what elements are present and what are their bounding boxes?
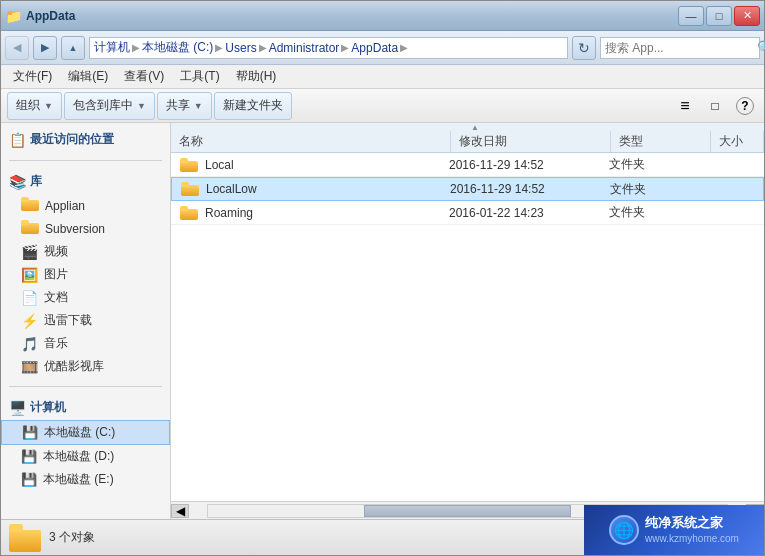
file-row-locallow[interactable]: LocalLow 2016-11-29 14:52 文件夹 <box>171 177 764 201</box>
search-input[interactable] <box>605 41 755 55</box>
roaming-folder-icon <box>179 203 199 223</box>
file-row-roaming[interactable]: Roaming 2016-01-22 14:23 文件夹 <box>171 201 764 225</box>
view-toggle-button[interactable]: □ <box>702 94 728 118</box>
titlebar-controls: — □ ✕ <box>678 6 760 26</box>
menu-help[interactable]: 帮助(H) <box>228 66 285 87</box>
local-type: 文件夹 <box>609 156 709 173</box>
menu-file[interactable]: 文件(F) <box>5 66 60 87</box>
sidebar-item-subversion[interactable]: Subversion <box>1 217 170 240</box>
sidebar-item-music[interactable]: 🎵 音乐 <box>1 332 170 355</box>
drive-c-icon: 💾 <box>22 425 38 440</box>
menubar: 文件(F) 编辑(E) 查看(V) 工具(T) 帮助(H) <box>1 65 764 89</box>
path-appdata[interactable]: AppData <box>351 41 398 55</box>
sidebar-item-drive-d[interactable]: 💾 本地磁盘 (D:) <box>1 445 170 468</box>
organize-arrow: ▼ <box>44 101 53 111</box>
video-icon: 🎬 <box>21 244 38 260</box>
organize-label: 组织 <box>16 97 40 114</box>
col-header-name[interactable]: 名称 <box>171 131 451 152</box>
sidebar-library-header[interactable]: 📚 库 <box>1 169 170 194</box>
organize-button[interactable]: 组织 ▼ <box>7 92 62 120</box>
back-button[interactable]: ◀ <box>5 36 29 60</box>
include-button[interactable]: 包含到库中 ▼ <box>64 92 155 120</box>
menu-tools[interactable]: 工具(T) <box>172 66 227 87</box>
toolbar-right: ≡ □ ? <box>672 94 758 118</box>
sidebar-item-video[interactable]: 🎬 视频 <box>1 240 170 263</box>
up-button[interactable]: ▲ <box>61 36 85 60</box>
music-icon: 🎵 <box>21 336 38 352</box>
path-admin[interactable]: Administrator <box>269 41 340 55</box>
hscroll-thumb[interactable] <box>364 505 572 517</box>
window-title: AppData <box>26 9 75 23</box>
toolbar: 组织 ▼ 包含到库中 ▼ 共享 ▼ 新建文件夹 ≡ □ <box>1 89 764 123</box>
status-folder-icon <box>9 524 41 552</box>
path-computer[interactable]: 计算机 <box>94 39 130 56</box>
drive-e-icon: 💾 <box>21 472 37 487</box>
doc-label: 文档 <box>44 289 68 306</box>
statusbar: 3 个对象 🌐 纯净系统之家 www.kzmyhome.com <box>1 519 764 555</box>
locallow-name: LocalLow <box>200 182 450 196</box>
maximize-button[interactable]: □ <box>706 6 732 26</box>
close-button[interactable]: ✕ <box>734 6 760 26</box>
sidebar-item-drive-c[interactable]: 💾 本地磁盘 (C:) <box>1 420 170 445</box>
help-button[interactable]: ? <box>732 94 758 118</box>
locallow-date: 2016-11-29 14:52 <box>450 182 610 196</box>
sidebar-divider-2 <box>9 386 162 387</box>
watermark-sub: www.kzmyhome.com <box>645 532 739 546</box>
watermark-globe: 🌐 <box>609 515 639 545</box>
hscroll-left-btn[interactable]: ◀ <box>171 504 189 518</box>
drive-e-label: 本地磁盘 (E:) <box>43 471 114 488</box>
path-users[interactable]: Users <box>225 41 256 55</box>
music-label: 音乐 <box>44 335 68 352</box>
local-name: Local <box>199 158 449 172</box>
thunder-label: 迅雷下载 <box>44 312 92 329</box>
sidebar-item-drive-e[interactable]: 💾 本地磁盘 (E:) <box>1 468 170 491</box>
share-label: 共享 <box>166 97 190 114</box>
subversion-folder-icon <box>21 220 39 237</box>
thunder-icon: ⚡ <box>21 313 38 329</box>
refresh-button[interactable]: ↻ <box>572 36 596 60</box>
computer-label: 计算机 <box>30 399 66 416</box>
photo-icon: 🖼️ <box>21 267 38 283</box>
addressbar: ◀ ▶ ▲ 计算机 ▶ 本地磁盘 (C:) ▶ Users ▶ Administ… <box>1 31 764 65</box>
recent-label: 最近访问的位置 <box>30 131 114 148</box>
main-content: 📋 最近访问的位置 📚 库 Applian <box>1 123 764 519</box>
file-row-local[interactable]: Local 2016-11-29 14:52 文件夹 <box>171 153 764 177</box>
col-header-type[interactable]: 类型 <box>611 131 711 152</box>
sidebar-recent-header[interactable]: 📋 最近访问的位置 <box>1 127 170 152</box>
applian-label: Applian <box>45 199 85 213</box>
col-header-date[interactable]: 修改日期 <box>451 131 611 152</box>
sidebar-computer-header[interactable]: 🖥️ 计算机 <box>1 395 170 420</box>
search-icon: 🔍 <box>757 40 765 55</box>
help-icon: ? <box>736 97 754 115</box>
new-folder-label: 新建文件夹 <box>223 97 283 114</box>
view-mode-button[interactable]: ≡ <box>672 94 698 118</box>
applian-folder-icon <box>21 197 39 214</box>
window: 📁 AppData — □ ✕ ◀ ▶ ▲ 计算机 ▶ 本地磁盘 (C:) ▶ … <box>0 0 765 556</box>
library-icon: 📚 <box>9 174 26 190</box>
share-button[interactable]: 共享 ▼ <box>157 92 212 120</box>
forward-button[interactable]: ▶ <box>33 36 57 60</box>
col-header-size[interactable]: 大小 <box>711 131 764 152</box>
sidebar-item-applian[interactable]: Applian <box>1 194 170 217</box>
computer-icon: 🖥️ <box>9 400 26 416</box>
sidebar: 📋 最近访问的位置 📚 库 Applian <box>1 123 171 519</box>
sidebar-item-youku[interactable]: 🎞️ 优酷影视库 <box>1 355 170 378</box>
minimize-button[interactable]: — <box>678 6 704 26</box>
sidebar-item-thunder[interactable]: ⚡ 迅雷下载 <box>1 309 170 332</box>
menu-view[interactable]: 查看(V) <box>116 66 172 87</box>
menu-edit[interactable]: 编辑(E) <box>60 66 116 87</box>
youku-icon: 🎞️ <box>21 359 38 375</box>
sidebar-item-doc[interactable]: 📄 文档 <box>1 286 170 309</box>
address-path: 计算机 ▶ 本地磁盘 (C:) ▶ Users ▶ Administrator … <box>89 37 568 59</box>
doc-icon: 📄 <box>21 290 38 306</box>
new-folder-button[interactable]: 新建文件夹 <box>214 92 292 120</box>
sidebar-divider-1 <box>9 160 162 161</box>
sidebar-computer-section: 🖥️ 计算机 💾 本地磁盘 (C:) 💾 本地磁盘 (D:) 💾 本地磁盘 (E… <box>1 391 170 495</box>
local-date: 2016-11-29 14:52 <box>449 158 609 172</box>
sidebar-item-photo[interactable]: 🖼️ 图片 <box>1 263 170 286</box>
search-box: 🔍 <box>600 37 760 59</box>
watermark: 🌐 纯净系统之家 www.kzmyhome.com <box>584 505 764 555</box>
locallow-folder-icon <box>180 179 200 199</box>
path-drive-c[interactable]: 本地磁盘 (C:) <box>142 39 213 56</box>
youku-label: 优酷影视库 <box>44 358 104 375</box>
